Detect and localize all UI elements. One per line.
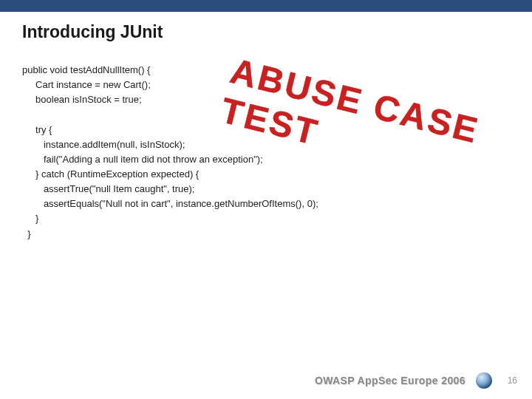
slide-title: Introducing JUnit: [0, 12, 532, 48]
page-number: 16: [502, 375, 517, 386]
top-bar: [0, 0, 532, 12]
footer: OWASP AppSec Europe 2006 16: [0, 372, 532, 389]
globe-icon: [476, 372, 492, 389]
code-block: public void testAddNullItem() { Cart ins…: [22, 63, 510, 242]
slide-content: public void testAddNullItem() { Cart ins…: [0, 48, 532, 242]
footer-text: OWASP AppSec Europe 2006: [315, 375, 466, 386]
